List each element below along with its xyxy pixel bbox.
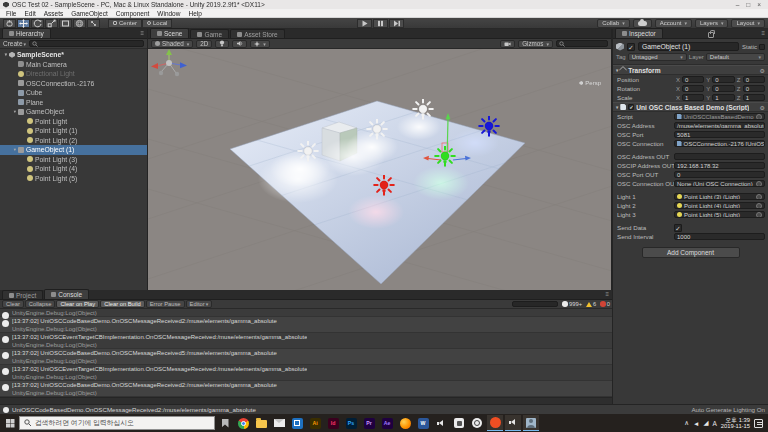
foldout-arrow-icon[interactable]: ▾ bbox=[616, 105, 618, 110]
start-button[interactable] bbox=[6, 419, 14, 427]
foldout-arrow-icon[interactable]: ▾ bbox=[3, 52, 9, 57]
panel-menu-icon[interactable]: ≡ bbox=[758, 28, 768, 38]
pivot-center-button[interactable]: Center bbox=[108, 19, 142, 28]
menu-help[interactable]: Help bbox=[184, 9, 205, 18]
point-light-green-gizmo[interactable] bbox=[434, 146, 456, 168]
hierarchy-item-point-light-2[interactable]: Point Light (2) bbox=[0, 136, 147, 146]
menu-component[interactable]: Component bbox=[112, 9, 154, 18]
pause-button[interactable] bbox=[373, 19, 388, 28]
view-orientation-gizmo[interactable] bbox=[148, 49, 190, 89]
action-center-icon[interactable] bbox=[754, 419, 763, 428]
scene-audio-toggle[interactable] bbox=[232, 40, 247, 48]
field-value-light-1[interactable]: Point Light (3) (Light) bbox=[674, 193, 765, 201]
gizmos-dropdown[interactable]: Gizmos bbox=[518, 40, 553, 48]
hierarchy-item-cube[interactable]: Cube bbox=[0, 88, 147, 98]
scene-lighting-toggle[interactable] bbox=[215, 40, 229, 48]
taskbar-volume-mixer-icon[interactable] bbox=[433, 415, 449, 431]
panel-menu-icon[interactable]: ≡ bbox=[602, 289, 612, 299]
transform-rotation-y-field[interactable]: 0 bbox=[712, 85, 734, 93]
taskbar-indesign-icon[interactable]: Id bbox=[325, 415, 341, 431]
gear-icon[interactable]: ⚙ bbox=[760, 67, 765, 74]
tab-game[interactable]: Game bbox=[190, 29, 229, 38]
menu-window[interactable]: Window bbox=[153, 9, 184, 18]
console-log-entry[interactable]: [13:37:02] UniOSCCodeBasedDemo.OnOSCMess… bbox=[0, 381, 612, 397]
taskbar-illustrator-icon[interactable]: Ai bbox=[307, 415, 323, 431]
object-picker-icon[interactable] bbox=[756, 181, 762, 187]
field-value-send-interval[interactable]: 1000 bbox=[674, 233, 765, 241]
scene-search-input[interactable] bbox=[556, 40, 608, 47]
console-detail-pane[interactable] bbox=[0, 397, 612, 404]
scale-tool-icon[interactable] bbox=[45, 19, 58, 28]
taskbar-task-view-icon[interactable] bbox=[217, 415, 233, 431]
tab-asset-store[interactable]: Asset Store bbox=[230, 29, 285, 38]
tag-dropdown[interactable]: Untagged bbox=[628, 53, 687, 61]
taskbar-photoshop-icon[interactable]: Ps bbox=[343, 415, 359, 431]
point-light-white-3-gizmo[interactable] bbox=[412, 99, 434, 121]
taskbar-firefox-icon[interactable] bbox=[397, 415, 413, 431]
tab-inspector[interactable]: Inspector bbox=[615, 28, 663, 38]
gameobject-name-field[interactable]: GameObject (1) bbox=[638, 42, 739, 51]
transform-rotation-z-field[interactable]: 0 bbox=[743, 85, 765, 93]
transform-position-y-field[interactable]: 0 bbox=[712, 76, 734, 84]
point-light-blue-gizmo[interactable] bbox=[478, 116, 500, 138]
component-enabled-checkbox[interactable]: ✓ bbox=[628, 104, 634, 110]
close-button[interactable]: × bbox=[757, 0, 761, 9]
tray-expand-icon[interactable]: ∧ bbox=[684, 419, 689, 427]
transform-position-z-field[interactable]: 0 bbox=[743, 76, 765, 84]
hierarchy-item-oscconnection-2176[interactable]: OSCConnection.-2176 bbox=[0, 79, 147, 89]
minimize-button[interactable]: – bbox=[736, 0, 740, 9]
hierarchy-item-point-light-1[interactable]: Point Light (1) bbox=[0, 126, 147, 136]
point-light-red-gizmo[interactable] bbox=[373, 175, 395, 197]
field-value-light-2[interactable]: Point Light (4) (Light) bbox=[674, 202, 765, 210]
taskbar-search-input[interactable]: 검색하려면 여기에 입력하십시오 bbox=[19, 416, 215, 430]
script-component-header[interactable]: ▾ ✓ Uni OSC Class Based Demo (Script) ⚙ bbox=[613, 102, 768, 112]
lock-icon[interactable] bbox=[708, 32, 714, 38]
rect-tool-icon[interactable] bbox=[59, 19, 72, 28]
account-button[interactable]: Account bbox=[655, 19, 692, 28]
taskbar-file-explorer-icon[interactable] bbox=[253, 415, 269, 431]
console-clear-on-build-button[interactable]: Clear on Build bbox=[100, 300, 144, 308]
field-value-osc-address[interactable]: /muse/elements/gamma_absolute bbox=[674, 122, 765, 130]
taskbar-alyac-icon[interactable] bbox=[487, 415, 503, 431]
static-checkbox[interactable] bbox=[759, 44, 765, 50]
tab-scene[interactable]: Scene bbox=[150, 28, 189, 38]
console-warning-count[interactable]: 6 bbox=[586, 301, 596, 307]
taskbar-clock[interactable]: 오후 1:392019-11-15 bbox=[721, 417, 750, 430]
menu-file[interactable]: File bbox=[2, 9, 20, 18]
taskbar-mail-icon[interactable] bbox=[271, 415, 287, 431]
play-button[interactable] bbox=[357, 19, 372, 28]
console-collapse-button[interactable]: Collapse bbox=[25, 300, 56, 308]
field-value-script[interactable]: UniOSCClassBasedDemo bbox=[674, 113, 765, 121]
field-value-osc-port[interactable]: 5081 bbox=[674, 131, 765, 139]
gear-icon[interactable]: ⚙ bbox=[760, 104, 765, 111]
rotation-local-button[interactable]: Local bbox=[142, 19, 172, 28]
taskbar-sound-app-icon[interactable] bbox=[505, 415, 521, 431]
hierarchy-item-gameobject-1[interactable]: ▾GameObject (1) bbox=[0, 145, 147, 155]
transform-scale-y-field[interactable]: 1 bbox=[712, 94, 734, 102]
tab-project[interactable]: Project bbox=[2, 290, 43, 299]
hierarchy-item-point-light-3[interactable]: Point Light (3) bbox=[0, 155, 147, 165]
taskbar-word-icon[interactable]: W bbox=[415, 415, 431, 431]
field-value-osc-port-out[interactable]: 0 bbox=[674, 171, 765, 179]
menu-gameobject[interactable]: GameObject bbox=[67, 9, 112, 18]
taskbar-after-effects-icon[interactable]: Ae bbox=[379, 415, 395, 431]
transform-tool-icon[interactable] bbox=[73, 19, 86, 28]
field-value-osc-address-out[interactable] bbox=[674, 153, 765, 161]
layout-button[interactable]: Layout bbox=[731, 19, 765, 28]
collab-button[interactable]: Collab bbox=[597, 19, 630, 28]
scene-viewport[interactable]: Persp bbox=[148, 49, 611, 290]
projection-label[interactable]: Persp bbox=[579, 80, 601, 86]
field-value-osc-connection[interactable]: OSCConnection.-2176 [UniOSCCo bbox=[674, 140, 765, 148]
step-button[interactable] bbox=[389, 19, 404, 28]
hierarchy-item-point-light[interactable]: Point Light bbox=[0, 117, 147, 127]
object-picker-icon[interactable] bbox=[756, 194, 762, 200]
console-error-count[interactable]: 0 bbox=[600, 301, 610, 307]
field-checkbox[interactable]: ✓ bbox=[674, 224, 682, 232]
object-picker-icon[interactable] bbox=[756, 203, 762, 209]
active-checkbox[interactable]: ✓ bbox=[627, 43, 635, 51]
point-light-white-2-gizmo[interactable] bbox=[366, 119, 388, 141]
console-log-entry[interactable]: [13:37:02] UniOSCEventTargetCBImplementa… bbox=[0, 365, 612, 381]
effects-toggle[interactable] bbox=[250, 40, 270, 48]
taskbar-profile-icon[interactable] bbox=[523, 415, 539, 431]
transform-scale-x-field[interactable]: 1 bbox=[682, 94, 704, 102]
